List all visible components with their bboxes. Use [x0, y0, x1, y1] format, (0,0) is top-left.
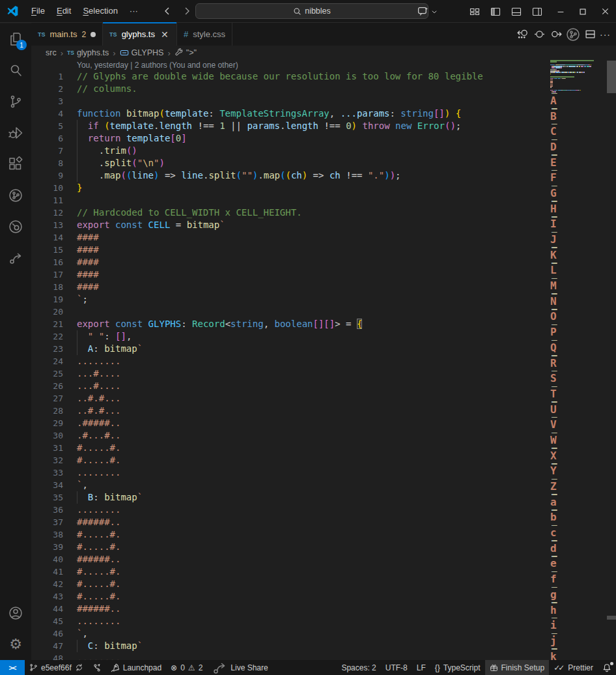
line-number[interactable]: 20	[31, 306, 63, 318]
activitybar-settings[interactable]: ⚙	[0, 629, 31, 660]
split-editor-button[interactable]	[583, 27, 597, 42]
activitybar-accounts[interactable]	[0, 597, 31, 629]
code-line[interactable]: 20	[31, 306, 549, 318]
code-line[interactable]: 25...#....	[31, 367, 549, 380]
code-line[interactable]: 33........	[31, 467, 549, 479]
line-number[interactable]: 38	[31, 528, 63, 541]
code-line[interactable]: 48........	[31, 652, 549, 660]
line-number[interactable]: 23	[31, 343, 63, 355]
line-number[interactable]: 47	[31, 640, 63, 652]
line-number[interactable]: 10	[31, 182, 63, 194]
code-line[interactable]: 38#.....#.	[31, 528, 549, 541]
minimap[interactable]: ABCDEFGHIJKLMNOPQRSTUVWXYZabcdefghijk	[549, 60, 607, 660]
code-line[interactable]: 1// Glyphs are double wide because our r…	[31, 70, 549, 83]
line-number[interactable]: 30	[31, 429, 63, 442]
line-number[interactable]: 42	[31, 578, 63, 590]
line-number[interactable]: 14	[31, 231, 63, 244]
line-number[interactable]: 33	[31, 467, 63, 479]
line-number[interactable]: 28	[31, 405, 63, 417]
line-number[interactable]: 31	[31, 442, 63, 454]
line-number[interactable]: 1	[31, 70, 63, 83]
code-line[interactable]: 8 .split("\n")	[31, 157, 549, 169]
code-line[interactable]: 31#.....#.	[31, 442, 549, 454]
code-line[interactable]: 43#.....#.	[31, 590, 549, 603]
code-line[interactable]: 16####	[31, 256, 549, 268]
line-number[interactable]: 48	[31, 652, 63, 660]
code-line[interactable]: 12// Hardcoded to CELL_WIDTH x CELL_HEIG…	[31, 207, 549, 219]
code-line[interactable]: 36........	[31, 504, 549, 516]
code-line[interactable]: 5 if (template.length !== 1 || params.le…	[31, 120, 549, 132]
activitybar-source-control-graph[interactable]	[0, 180, 31, 211]
code-line[interactable]: 17####	[31, 268, 549, 281]
code-area[interactable]: 1// Glyphs are double wide because our r…	[31, 70, 549, 660]
go-back-icon[interactable]	[162, 6, 173, 16]
command-center-search[interactable]: nibbles	[195, 3, 428, 19]
statusbar-remote[interactable]: ><	[0, 660, 25, 675]
toggle-panel-icon[interactable]	[508, 4, 525, 20]
editor-scrollbar[interactable]	[607, 60, 616, 660]
code-line[interactable]: 11	[31, 194, 549, 207]
line-number[interactable]: 5	[31, 120, 63, 132]
breadcrumb-item[interactable]: GLYPHS	[120, 48, 164, 57]
code-line[interactable]: 7 .trim()	[31, 145, 549, 157]
code-line[interactable]: 46`,	[31, 627, 549, 640]
line-number[interactable]: 18	[31, 281, 63, 293]
line-number[interactable]: 41	[31, 566, 63, 578]
line-number[interactable]: 13	[31, 219, 63, 231]
tab-style.css[interactable]: #style.css	[177, 23, 232, 46]
line-number[interactable]: 36	[31, 504, 63, 516]
code-line[interactable]: 13export const CELL = bitmap`	[31, 219, 549, 231]
code-line[interactable]: 9 .map((line) => line.split("").map((ch)…	[31, 169, 549, 182]
copilot-menu[interactable]	[414, 4, 438, 20]
statusbar-indentation[interactable]: Spaces: 2	[337, 660, 380, 675]
line-number[interactable]: 12	[31, 207, 63, 219]
next-change-button[interactable]	[549, 27, 563, 42]
line-number[interactable]: 21	[31, 318, 63, 330]
code-line[interactable]: 10}	[31, 182, 549, 194]
line-number[interactable]: 27	[31, 392, 63, 405]
toggle-secondary-sidebar-icon[interactable]	[529, 4, 546, 20]
code-line[interactable]: 34`,	[31, 479, 549, 491]
statusbar-notifications[interactable]	[598, 660, 616, 675]
code-line[interactable]: 2// columns.	[31, 83, 549, 95]
source-control-graph-button[interactable]	[566, 27, 580, 42]
activitybar-search[interactable]	[0, 55, 31, 86]
line-number[interactable]: 15	[31, 244, 63, 256]
git-blame-annotation[interactable]: You, yesterday | 2 authors (You and one …	[77, 61, 238, 70]
go-forward-icon[interactable]	[182, 6, 192, 16]
open-changes-button[interactable]	[532, 27, 546, 42]
line-number[interactable]: 32	[31, 454, 63, 467]
code-line[interactable]: 18####	[31, 281, 549, 293]
scrollbar-thumb[interactable]	[607, 61, 616, 93]
line-number[interactable]: 26	[31, 380, 63, 392]
code-line[interactable]: 39#.....#.	[31, 541, 549, 553]
line-number[interactable]: 40	[31, 553, 63, 566]
statusbar-live-share[interactable]: Live Share	[207, 660, 272, 675]
menu-[interactable]: ···	[124, 3, 144, 19]
activitybar-gitlens-inspect[interactable]	[0, 211, 31, 242]
code-line[interactable]: 14####	[31, 231, 549, 244]
code-line[interactable]: 15####	[31, 244, 549, 256]
line-number[interactable]: 7	[31, 145, 63, 157]
tab-glyphs.ts[interactable]: TSglyphs.ts✕	[103, 23, 177, 46]
statusbar-launchpad[interactable]: Launchpad	[106, 660, 166, 675]
maximize-button[interactable]	[572, 0, 594, 23]
toggle-primary-sidebar-icon[interactable]	[487, 4, 504, 20]
close-window-button[interactable]	[594, 0, 616, 23]
line-number[interactable]: 9	[31, 169, 63, 182]
editor-pane[interactable]: You, yesterday | 2 authors (You and one …	[31, 60, 616, 660]
line-number[interactable]: 46	[31, 627, 63, 640]
code-line[interactable]: 4function bitmap(template: TemplateStrin…	[31, 108, 549, 120]
line-number[interactable]: 16	[31, 256, 63, 268]
unsaved-dot-icon[interactable]	[91, 32, 96, 37]
activitybar-run-debug[interactable]	[0, 117, 31, 149]
statusbar-gitlens[interactable]	[88, 660, 106, 675]
line-number[interactable]: 2	[31, 83, 63, 95]
line-number[interactable]: 4	[31, 108, 63, 120]
more-actions-icon[interactable]: ···	[600, 29, 611, 40]
statusbar-encoding[interactable]: UTF-8	[381, 660, 412, 675]
line-number[interactable]: 35	[31, 491, 63, 504]
line-number[interactable]: 22	[31, 330, 63, 343]
code-line[interactable]: 37######..	[31, 516, 549, 528]
line-number[interactable]: 39	[31, 541, 63, 553]
